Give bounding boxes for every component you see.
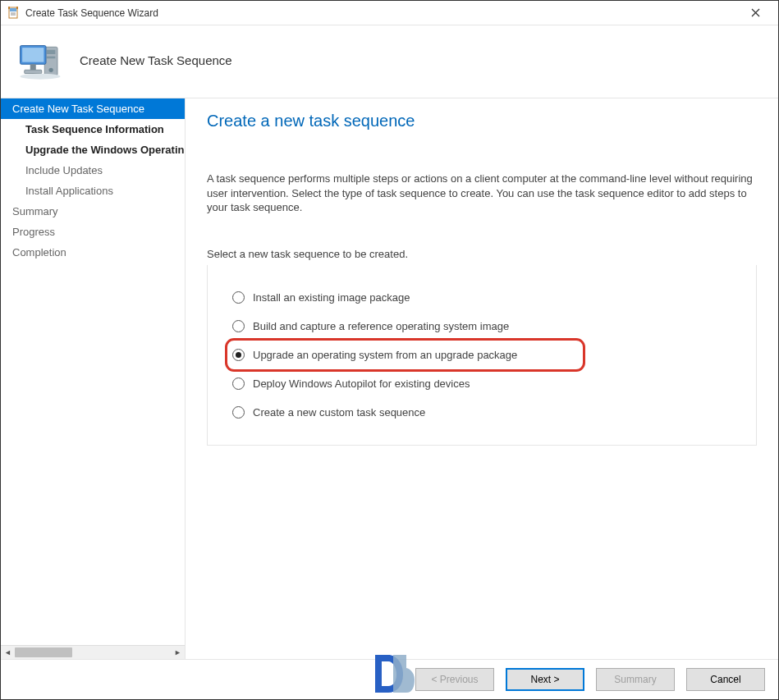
option-group: Install an existing image packageBuild a… — [207, 265, 757, 446]
sidebar-step-5[interactable]: Summary — [1, 201, 185, 222]
header-title: Create New Task Sequence — [80, 53, 232, 67]
sidebar-step-2[interactable]: Upgrade the Windows Operating System — [1, 140, 185, 160]
svg-point-16 — [21, 74, 61, 80]
svg-rect-1 — [10, 8, 16, 11]
radio-icon[interactable] — [232, 320, 245, 332]
sidebar-step-4[interactable]: Install Applications — [1, 181, 185, 201]
option-label: Deploy Windows Autopilot for existing de… — [253, 377, 470, 390]
option-label: Build and capture a reference operating … — [253, 320, 509, 332]
sidebar-step-6[interactable]: Progress — [1, 222, 185, 242]
title-bar: Create Task Sequence Wizard — [1, 1, 778, 25]
page-title: Create a new task sequence — [207, 112, 757, 130]
sidebar-step-1[interactable]: Task Sequence Information — [1, 119, 185, 140]
option-label: Install an existing image package — [253, 291, 410, 304]
cancel-button[interactable]: Cancel — [686, 668, 765, 691]
svg-rect-15 — [25, 70, 42, 73]
wizard-body: Create New Task SequenceTask Sequence In… — [1, 98, 778, 659]
svg-rect-9 — [47, 50, 56, 54]
select-label: Select a new task sequence to be created… — [207, 248, 757, 260]
summary-button: Summary — [596, 668, 675, 691]
svg-rect-14 — [30, 64, 36, 70]
sidebar: Create New Task SequenceTask Sequence In… — [1, 98, 186, 659]
sidebar-step-3[interactable]: Include Updates — [1, 160, 185, 181]
svg-rect-10 — [47, 57, 56, 59]
app-icon — [7, 7, 21, 20]
watermark-logo — [370, 653, 415, 694]
sidebar-step-0[interactable]: Create New Task Sequence — [1, 98, 185, 119]
option-label: Create a new custom task sequence — [253, 406, 425, 419]
radio-icon[interactable] — [232, 406, 245, 419]
scroll-thumb[interactable] — [15, 647, 72, 657]
radio-icon[interactable] — [232, 349, 245, 361]
svg-point-11 — [49, 68, 53, 72]
option-label: Upgrade an operating system from an upgr… — [253, 349, 517, 361]
task-option-0[interactable]: Install an existing image package — [227, 283, 748, 312]
svg-rect-13 — [22, 48, 44, 62]
intro-text: A task sequence performs multiple steps … — [207, 172, 757, 215]
task-option-4[interactable]: Create a new custom task sequence — [227, 398, 748, 427]
svg-rect-4 — [8, 7, 10, 9]
wizard-window: Create Task Sequence Wizard Create New T… — [0, 0, 779, 700]
window-title: Create Task Sequence Wizard — [25, 7, 739, 19]
content-pane: Create a new task sequence A task sequen… — [186, 98, 778, 659]
svg-rect-5 — [16, 7, 18, 9]
scroll-left-icon[interactable]: ◄ — [1, 646, 15, 659]
close-button[interactable] — [739, 7, 772, 20]
close-icon — [751, 8, 760, 17]
scroll-track[interactable] — [15, 646, 171, 659]
sidebar-scrollbar[interactable]: ◄ ► — [1, 645, 185, 659]
computer-icon — [17, 37, 63, 83]
scroll-right-icon[interactable]: ► — [171, 646, 185, 659]
task-option-2[interactable]: Upgrade an operating system from an upgr… — [227, 341, 583, 369]
radio-icon[interactable] — [232, 291, 245, 304]
radio-icon[interactable] — [232, 377, 245, 390]
wizard-header: Create New Task Sequence — [1, 25, 778, 98]
previous-button: < Previous — [415, 668, 494, 691]
wizard-footer: < Previous Next > Summary Cancel — [1, 659, 778, 699]
next-button[interactable]: Next > — [506, 668, 584, 691]
task-option-3[interactable]: Deploy Windows Autopilot for existing de… — [227, 369, 748, 398]
task-option-1[interactable]: Build and capture a reference operating … — [227, 312, 748, 341]
sidebar-step-7[interactable]: Completion — [1, 242, 185, 263]
